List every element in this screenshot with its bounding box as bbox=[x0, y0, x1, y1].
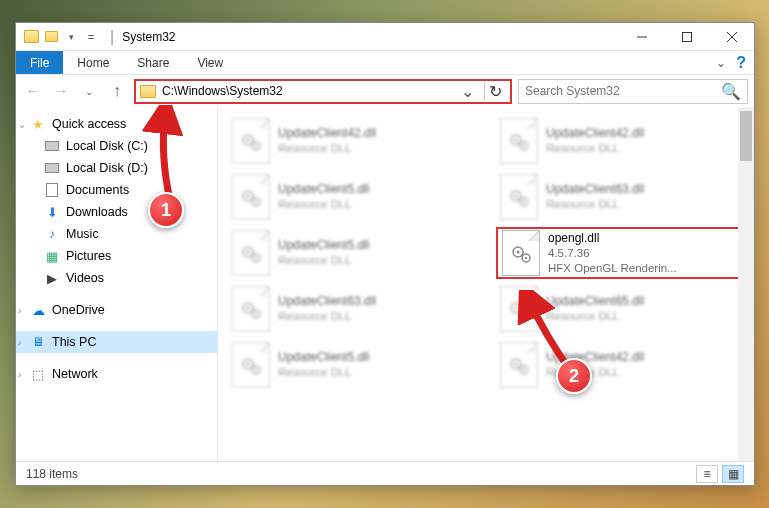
file-item[interactable]: UpdateClient63.dllResource DLL bbox=[496, 171, 744, 223]
svg-point-15 bbox=[255, 201, 257, 203]
ribbon: File Home Share View ⌄ ? bbox=[16, 51, 754, 75]
nav-network[interactable]: ›⬚Network bbox=[16, 363, 217, 385]
dll-icon bbox=[500, 118, 538, 164]
file-type: Resource DLL bbox=[546, 197, 644, 211]
search-box[interactable]: 🔍 bbox=[518, 79, 748, 104]
svg-point-39 bbox=[255, 369, 257, 371]
file-name: UpdateClient5.dll bbox=[278, 238, 369, 253]
help-icon[interactable]: ? bbox=[736, 54, 746, 72]
recent-dropdown-icon[interactable]: ⌄ bbox=[78, 80, 100, 102]
pc-icon: 🖥 bbox=[30, 334, 46, 350]
quick-access-toolbar: ▾ = bbox=[16, 28, 106, 46]
svg-point-9 bbox=[515, 139, 518, 142]
dll-icon bbox=[232, 286, 270, 332]
qat-button[interactable] bbox=[42, 28, 60, 46]
nav-this-pc[interactable]: ›🖥This PC bbox=[16, 331, 217, 353]
music-icon: ♪ bbox=[44, 226, 60, 242]
file-type: Resource DLL bbox=[546, 141, 644, 155]
file-name: UpdateClient5.dll bbox=[278, 182, 369, 197]
search-input[interactable] bbox=[525, 84, 715, 98]
nav-onedrive[interactable]: ›☁OneDrive bbox=[16, 299, 217, 321]
svg-point-31 bbox=[255, 313, 257, 315]
maximize-button[interactable] bbox=[664, 23, 709, 51]
cloud-icon: ☁ bbox=[30, 302, 46, 318]
file-type: Resource DLL bbox=[278, 141, 376, 155]
svg-point-11 bbox=[523, 145, 525, 147]
svg-point-21 bbox=[247, 251, 250, 254]
file-item[interactable]: UpdateClient5.dllResource DLL bbox=[228, 171, 476, 223]
callout-badge-2: 2 bbox=[556, 358, 592, 394]
search-icon[interactable]: 🔍 bbox=[721, 82, 741, 101]
nav-videos[interactable]: ▶Videos bbox=[16, 267, 217, 289]
up-button[interactable]: ↑ bbox=[106, 80, 128, 102]
svg-point-23 bbox=[255, 257, 257, 259]
titlebar: ▾ = | System32 bbox=[16, 23, 754, 51]
file-item[interactable]: UpdateClient42.dllResource DLL bbox=[496, 115, 744, 167]
tab-view[interactable]: View bbox=[183, 51, 237, 74]
folder-icon bbox=[140, 85, 156, 98]
disk-icon bbox=[44, 138, 60, 154]
address-dropdown-icon[interactable]: ⌄ bbox=[457, 82, 478, 101]
callout-badge-1: 1 bbox=[148, 192, 184, 228]
folder-icon bbox=[22, 28, 40, 46]
nav-pictures[interactable]: ▦Pictures bbox=[16, 245, 217, 267]
file-type: Resource DLL bbox=[278, 253, 369, 267]
svg-point-17 bbox=[515, 195, 518, 198]
address-bar[interactable]: C:\Windows\System32 ⌄ ↻ bbox=[134, 79, 512, 104]
file-type: Resource DLL bbox=[278, 197, 369, 211]
dll-icon bbox=[232, 230, 270, 276]
dll-icon bbox=[502, 230, 540, 276]
scrollbar[interactable] bbox=[738, 107, 754, 461]
file-name: opengl.dll bbox=[548, 231, 677, 246]
file-version: 4.5.7.36 bbox=[548, 246, 677, 260]
documents-icon bbox=[44, 182, 60, 198]
dll-icon bbox=[232, 342, 270, 388]
svg-point-29 bbox=[247, 307, 250, 310]
svg-point-13 bbox=[247, 195, 250, 198]
file-type: Resource DLL bbox=[278, 309, 376, 323]
disk-icon bbox=[44, 160, 60, 176]
pictures-icon: ▦ bbox=[44, 248, 60, 264]
dll-icon bbox=[232, 174, 270, 220]
ribbon-expand-icon[interactable]: ⌄ bbox=[716, 56, 726, 70]
star-icon: ★ bbox=[30, 116, 46, 132]
forward-button[interactable]: → bbox=[50, 80, 72, 102]
explorer-window: ▾ = | System32 File Home Share View ⌄ ? … bbox=[15, 22, 755, 486]
network-icon: ⬚ bbox=[30, 366, 46, 382]
view-details-button[interactable]: ≡ bbox=[696, 465, 718, 483]
refresh-button[interactable]: ↻ bbox=[484, 82, 506, 101]
file-list: UpdateClient42.dllResource DLLUpdateClie… bbox=[218, 107, 754, 461]
tab-home[interactable]: Home bbox=[63, 51, 123, 74]
back-button[interactable]: ← bbox=[22, 80, 44, 102]
window-title: System32 bbox=[118, 30, 619, 44]
tab-file[interactable]: File bbox=[16, 51, 63, 74]
svg-point-7 bbox=[255, 145, 257, 147]
download-icon: ⬇ bbox=[44, 204, 60, 220]
file-name: UpdateClient5.dll bbox=[278, 350, 369, 365]
svg-point-19 bbox=[523, 201, 525, 203]
close-button[interactable] bbox=[709, 23, 754, 51]
dll-icon bbox=[500, 174, 538, 220]
qat-dropdown-icon[interactable]: ▾ bbox=[62, 28, 80, 46]
tab-share[interactable]: Share bbox=[123, 51, 183, 74]
scroll-thumb[interactable] bbox=[740, 111, 752, 161]
file-type: Resource DLL bbox=[278, 365, 369, 379]
view-icons-button[interactable]: ▦ bbox=[722, 465, 744, 483]
svg-point-25 bbox=[517, 251, 520, 254]
dll-icon bbox=[232, 118, 270, 164]
file-name: UpdateClient63.dll bbox=[546, 182, 644, 197]
svg-point-37 bbox=[247, 363, 250, 366]
status-bar: 118 items ≡ ▦ bbox=[16, 461, 754, 485]
file-item[interactable]: UpdateClient5.dllResource DLL bbox=[228, 339, 476, 391]
item-count: 118 items bbox=[26, 467, 78, 481]
svg-point-27 bbox=[525, 257, 527, 259]
file-item[interactable]: opengl.dll4.5.7.36HFX OpenGL Renderin... bbox=[496, 227, 744, 279]
file-item[interactable]: UpdateClient5.dllResource DLL bbox=[228, 227, 476, 279]
svg-point-5 bbox=[247, 139, 250, 142]
minimize-button[interactable] bbox=[619, 23, 664, 51]
qat-overflow[interactable]: = bbox=[82, 28, 100, 46]
file-item[interactable]: UpdateClient42.dllResource DLL bbox=[228, 115, 476, 167]
nav-music[interactable]: ♪Music bbox=[16, 223, 217, 245]
file-name: UpdateClient63.dll bbox=[278, 294, 376, 309]
file-item[interactable]: UpdateClient63.dllResource DLL bbox=[228, 283, 476, 335]
